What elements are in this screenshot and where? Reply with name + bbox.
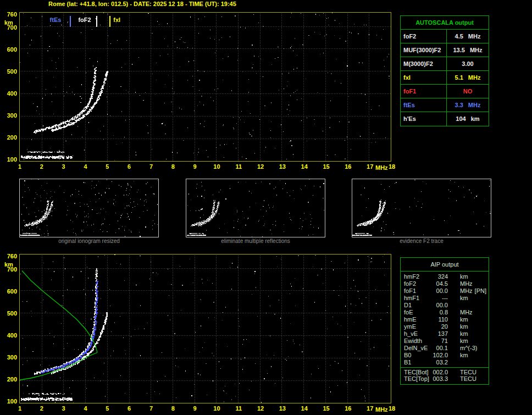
autoscala-row-values: 104km	[447, 112, 489, 126]
aip-row-unit: TECU	[460, 369, 476, 376]
autoscala-row-value: 4.5	[455, 30, 463, 43]
top-xtick-1: 1	[18, 163, 21, 170]
bottom-ytick-760: 760	[7, 253, 17, 259]
autoscala-row-label: M(3000)F2	[401, 57, 447, 70]
aip-row-value: 110	[433, 316, 448, 323]
bottom-xtick-18: 18	[389, 405, 395, 412]
top-ytick-300: 300	[7, 112, 17, 119]
autoscala-row-label: fxI	[401, 71, 447, 84]
autoscala-row-label: foF2	[401, 30, 447, 43]
thumbnail-evidence-canvas	[352, 179, 491, 237]
aip-row-unit: km	[460, 295, 468, 302]
top-xtick-18: 18	[389, 163, 395, 170]
marker-label-foF2: foF2	[78, 16, 91, 23]
aip-row-unit: MHz	[460, 280, 473, 287]
caption-eliminate-reflections: eliminate multiple reflections	[186, 238, 325, 244]
top-xtick-7: 7	[149, 163, 153, 170]
bottom-ytick-400: 400	[7, 332, 17, 339]
top-xtick-16: 16	[345, 163, 351, 170]
bottom-xtick-4: 4	[84, 405, 87, 412]
bottom-xtick-9: 9	[193, 405, 197, 412]
aip-row-unit: MHz	[460, 309, 473, 316]
aip-row-B1: B103.2	[401, 359, 489, 366]
aip-row-h_vE: h_vE137km	[401, 330, 489, 337]
bottom-ytick-600: 600	[7, 288, 17, 295]
top-x-axis-unit: MHz	[375, 164, 388, 171]
aip-row-unit: km	[460, 330, 468, 337]
marker-label-fxI: fxI	[113, 16, 120, 23]
top-xtick-2: 2	[40, 163, 43, 170]
top-ytick-200: 200	[7, 134, 17, 141]
top-xtick-15: 15	[323, 163, 329, 170]
bottom-ionogram-plot	[19, 254, 391, 403]
top-ytick-500: 500	[7, 68, 17, 75]
top-xtick-12: 12	[257, 163, 264, 170]
aip-row-label: B0	[404, 352, 433, 359]
top-xtick-10: 10	[213, 163, 220, 170]
autoscala-row-ftEs: ftEs3.3MHz	[401, 98, 489, 112]
aip-row-value: 00.1	[433, 345, 448, 352]
bottom-xtick-1: 1	[18, 405, 21, 412]
aip-row-note: [PN]	[475, 287, 489, 295]
thumbnail-original-canvas	[20, 179, 158, 237]
top-xtick-14: 14	[301, 163, 308, 170]
autoscala-row-label: ftEs	[401, 98, 447, 112]
bottom-xtick-6: 6	[128, 405, 131, 412]
bottom-xtick-14: 14	[301, 405, 308, 412]
station-date-title: Rome (lat: +41.8, lon: 012.5) - DATE: 20…	[48, 1, 236, 7]
autoscala-row-fxI: fxI5.1MHz	[401, 71, 489, 85]
autoscala-row-foF1: foF1NO	[401, 85, 489, 98]
aip-row-DelN_vE: DelN_vE00.1m^(-3)	[401, 345, 489, 352]
top-xtick-9: 9	[193, 163, 197, 170]
aip-row-B0: B0102.0km	[401, 352, 489, 359]
bottom-xtick-8: 8	[171, 405, 175, 412]
thumbnail-eliminate-canvas	[186, 179, 325, 237]
top-xtick-5: 5	[106, 163, 109, 170]
bottom-xtick-5: 5	[106, 405, 109, 412]
autoscala-row-label: h'Es	[401, 112, 447, 126]
autoscala-row-unit: km	[471, 112, 480, 126]
aip-output-table: AIP output hmF2324kmfoF204.5MHzfoF100.0M…	[400, 257, 489, 385]
autoscala-row-M(3000)F2: M(3000)F23.00	[401, 57, 489, 71]
autoscala-row-value: 3.00	[462, 57, 473, 70]
bottom-ytick-300: 300	[7, 354, 17, 361]
aip-row-value: 102.0	[433, 352, 448, 359]
aip-row-label: foE	[404, 309, 433, 316]
aip-row-label: TEC[Bot]	[404, 369, 433, 376]
top-xtick-3: 3	[62, 163, 65, 170]
bottom-y-axis-unit: km	[4, 261, 13, 268]
autoscala-row-value: 13.5	[453, 43, 464, 57]
bottom-ytick-200: 200	[7, 376, 17, 383]
aip-row-unit: m^(-3)	[460, 345, 477, 352]
aip-row-value: 00.0	[433, 302, 448, 309]
aip-row-hmF1: hmF1---km	[401, 295, 489, 302]
aip-row-TEC[Top]: TEC[Top]003.3TECU	[401, 375, 489, 383]
autoscala-row-unit: MHz	[468, 98, 481, 112]
bottom-xtick-17: 17	[367, 405, 373, 412]
bottom-xtick-13: 13	[279, 405, 286, 412]
aip-row-label: ymE	[404, 323, 433, 330]
aip-row-label: TEC[Top]	[404, 375, 433, 383]
aip-row-value: 00.0	[433, 287, 448, 295]
thumbnail-evidence-f2	[352, 179, 491, 237]
aip-row-foF2: foF204.5MHz	[401, 280, 489, 287]
aip-row-label: Ewidth	[404, 337, 433, 345]
autoscala-table-rows: foF24.5MHzMUF(3000)F213.5MHzM(3000)F23.0…	[401, 30, 489, 126]
autoscala-row-values: 5.1MHz	[447, 71, 489, 84]
aip-row-label: B1	[404, 359, 433, 366]
aip-row-value: 20	[433, 323, 448, 330]
aip-row-label: h_vE	[404, 330, 433, 337]
bottom-ytick-100: 100	[7, 398, 17, 405]
autoscala-row-unit: MHz	[470, 43, 483, 57]
aip-row-D1: D100.0	[401, 302, 489, 309]
aip-row-label: foF1	[404, 287, 433, 295]
bottom-xtick-11: 11	[235, 405, 242, 412]
aip-row-label: hmE	[404, 316, 433, 323]
aip-row-unit: km	[460, 316, 468, 323]
aip-row-foE: foE0.8MHz	[401, 309, 489, 316]
autoscala-row-label: MUF(3000)F2	[401, 43, 447, 57]
aip-row-unit: km	[460, 273, 468, 280]
top-ytick-600: 600	[7, 46, 17, 53]
autoscala-row-label: foF1	[401, 85, 447, 98]
bottom-xtick-16: 16	[345, 405, 351, 412]
